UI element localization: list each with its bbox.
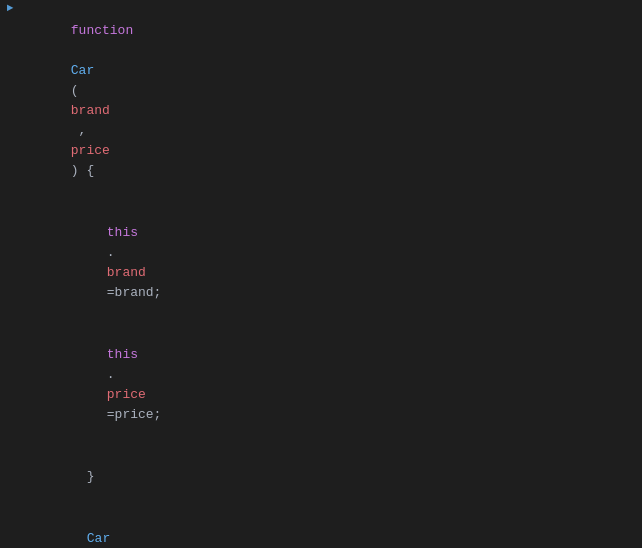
- fn-car: Car: [71, 63, 94, 78]
- dot-2: .: [107, 367, 115, 382]
- kw-this-2: this: [107, 347, 138, 362]
- brace-close-1: }: [87, 469, 95, 484]
- paren-open: (: [71, 83, 87, 98]
- prop-brand: brand: [107, 265, 146, 280]
- gutter-3: [0, 325, 20, 326]
- gutter-4: [0, 447, 20, 448]
- code-4: }: [20, 447, 642, 507]
- code-3: this . price =price;: [20, 325, 642, 445]
- gutter-2: [0, 203, 20, 204]
- input-arrow-1: ►: [7, 2, 14, 14]
- code-2: this . brand =brand;: [20, 203, 642, 323]
- dot-1: .: [107, 245, 115, 260]
- param-price: price: [71, 143, 110, 158]
- paren-close: ) {: [71, 163, 94, 178]
- car-ref: Car: [87, 531, 110, 546]
- space: [71, 43, 79, 58]
- gutter-1: ►: [0, 1, 20, 14]
- line-4: }: [0, 446, 642, 508]
- console-container: ► function Car ( brand , price ) { this …: [0, 0, 642, 548]
- line-3: this . price =price;: [0, 324, 642, 446]
- code-5: Car . prototype . drive = function () {: [20, 509, 642, 548]
- line-2: this . brand =brand;: [0, 202, 642, 324]
- eq-2: =price;: [107, 407, 162, 422]
- line-5: Car . prototype . drive = function () {: [0, 508, 642, 548]
- kw-this-1: this: [107, 225, 138, 240]
- gutter-5: [0, 509, 20, 510]
- keyword-function: function: [71, 23, 133, 38]
- eq-1: =brand;: [107, 285, 162, 300]
- param-brand: brand: [71, 103, 110, 118]
- line-1: ► function Car ( brand , price ) {: [0, 0, 642, 202]
- prop-price: price: [107, 387, 146, 402]
- code-1: function Car ( brand , price ) {: [20, 1, 642, 201]
- comma: ,: [71, 123, 87, 138]
